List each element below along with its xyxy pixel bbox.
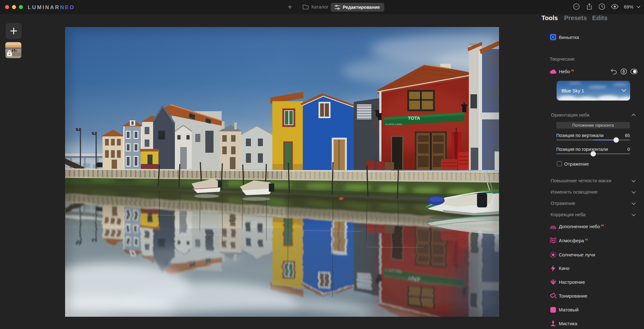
svg-text:A CAPELA BAR: A CAPELA BAR [385, 123, 402, 126]
svg-text:Blue Sky 1: Blue Sky 1 [562, 88, 584, 93]
svg-text:TOTA: TOTA [408, 115, 420, 121]
